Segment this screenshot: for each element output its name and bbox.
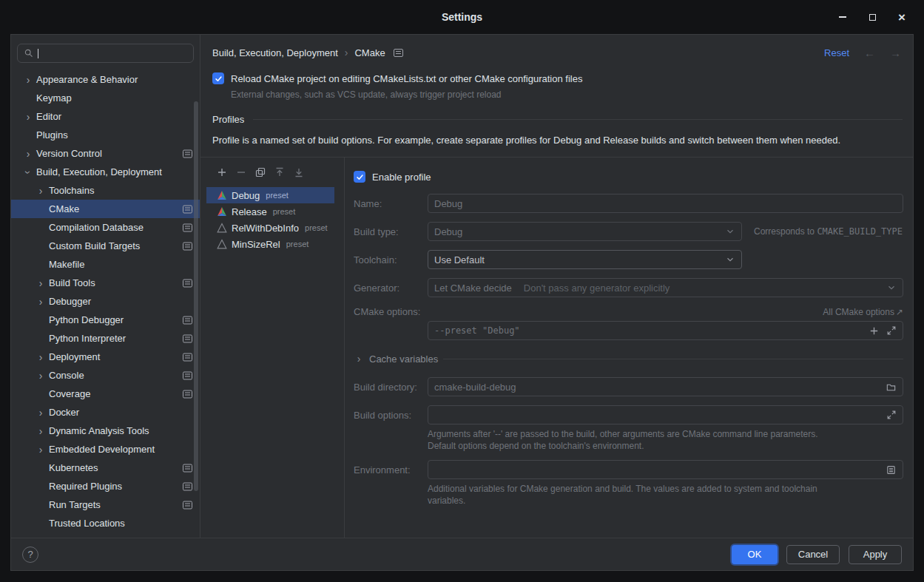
- sidebar-item-console[interactable]: ›Console: [11, 366, 200, 385]
- generator-combo[interactable]: Let CMake decide Don't pass any generato…: [428, 278, 903, 297]
- cancel-button[interactable]: Cancel: [786, 545, 840, 564]
- sidebar-item-trusted-locations[interactable]: ›Trusted Locations: [11, 514, 200, 532]
- copy-profile-button[interactable]: [251, 164, 270, 180]
- chevron-right-icon[interactable]: ›: [36, 277, 46, 289]
- add-option-icon[interactable]: [869, 325, 880, 336]
- sidebar-item-python-debugger[interactable]: ›Python Debugger: [11, 311, 200, 329]
- remove-profile-button[interactable]: [232, 164, 251, 180]
- chevron-down-icon[interactable]: [725, 254, 735, 265]
- cmake-options-input[interactable]: [434, 325, 864, 336]
- preset-badge: preset: [273, 207, 296, 216]
- sidebar-item-version-control[interactable]: ›Version Control: [11, 144, 200, 163]
- build-options-input[interactable]: [434, 410, 882, 421]
- close-button[interactable]: ×: [896, 11, 908, 23]
- add-profile-button[interactable]: [212, 164, 232, 180]
- project-settings-icon: [183, 223, 192, 231]
- profiles-section-title: Profiles: [212, 114, 244, 125]
- build-type-combo[interactable]: Debug: [428, 222, 742, 241]
- sidebar-item-run-targets[interactable]: ›Run Targets: [11, 495, 200, 514]
- sidebar-item-makefile[interactable]: ›Makefile: [11, 255, 200, 274]
- sidebar-item-plugins[interactable]: ›Plugins: [11, 126, 200, 144]
- forward-arrow-icon[interactable]: →: [890, 47, 901, 59]
- chevron-right-icon[interactable]: ›: [36, 370, 46, 382]
- enable-profile-checkbox[interactable]: [354, 171, 365, 183]
- environment-input[interactable]: [434, 464, 881, 476]
- chevron-right-icon[interactable]: ›: [23, 111, 33, 123]
- profile-item-relwithdebinfo[interactable]: RelWithDebInfopreset: [206, 220, 334, 236]
- move-up-button[interactable]: [270, 164, 289, 180]
- sidebar-item-editor[interactable]: ›Editor: [11, 107, 200, 126]
- minimize-icon: [839, 16, 846, 18]
- sidebar-item-label: Required Plugins: [49, 481, 122, 492]
- sidebar-item-build-tools[interactable]: ›Build Tools: [11, 274, 200, 292]
- back-arrow-icon[interactable]: ←: [864, 47, 875, 59]
- cmake-options-field[interactable]: [428, 321, 903, 340]
- breadcrumb-item[interactable]: Build, Execution, Deployment: [212, 47, 338, 58]
- sidebar-item-python-interpreter[interactable]: ›Python Interpreter: [11, 329, 200, 348]
- sidebar-item-keymap[interactable]: ›Keymap: [11, 89, 200, 107]
- build-directory-input[interactable]: [434, 382, 881, 393]
- profile-item-minsizerel[interactable]: MinSizeRelpreset: [206, 236, 334, 252]
- chevron-right-icon[interactable]: ›: [36, 425, 46, 437]
- reset-link[interactable]: Reset: [824, 47, 849, 58]
- chevron-right-icon[interactable]: ›: [36, 351, 46, 363]
- sidebar-item-label: Appearance & Behavior: [36, 74, 138, 85]
- environment-field[interactable]: [428, 460, 903, 479]
- chevron-right-icon[interactable]: ›: [36, 407, 46, 419]
- chevron-right-icon[interactable]: ›: [23, 74, 33, 86]
- project-settings-icon: [183, 316, 192, 324]
- name-field[interactable]: [428, 194, 903, 213]
- profile-item-debug[interactable]: Debugpreset: [206, 187, 334, 203]
- sidebar-item-coverage[interactable]: ›Coverage: [11, 385, 200, 403]
- settings-search-box[interactable]: [17, 44, 194, 63]
- chevron-down-icon[interactable]: [725, 226, 735, 237]
- name-input[interactable]: [434, 198, 897, 209]
- sidebar-item-embedded-development[interactable]: ›Embedded Development: [11, 440, 200, 459]
- sidebar-item-build-execution-deployment[interactable]: ›Build, Execution, Deployment: [11, 163, 200, 181]
- sidebar-item-docker[interactable]: ›Docker: [11, 403, 200, 422]
- project-settings-icon: [394, 49, 403, 57]
- build-options-field[interactable]: [428, 405, 903, 424]
- sidebar-scrollbar[interactable]: [194, 101, 198, 491]
- sidebar-item-compilation-database[interactable]: ›Compilation Database: [11, 218, 200, 237]
- sidebar-item-cmake[interactable]: ›CMake: [11, 200, 200, 218]
- reload-cmake-checkbox[interactable]: [212, 72, 224, 84]
- sidebar-item-debugger[interactable]: ›Debugger: [11, 292, 200, 311]
- search-input[interactable]: [42, 48, 187, 59]
- sidebar-item-custom-build-targets[interactable]: ›Custom Build Targets: [11, 237, 200, 255]
- sidebar-item-label: Deployment: [49, 351, 100, 362]
- window-title: Settings: [442, 11, 482, 23]
- checkmark-icon: [356, 173, 364, 181]
- move-down-icon: [293, 166, 305, 178]
- expand-icon[interactable]: [886, 325, 897, 336]
- sidebar-item-deployment[interactable]: ›Deployment: [11, 348, 200, 366]
- sidebar-item-dynamic-analysis-tools[interactable]: ›Dynamic Analysis Tools: [11, 422, 200, 440]
- expand-icon[interactable]: [886, 410, 897, 420]
- minimize-button[interactable]: [837, 11, 849, 23]
- sidebar-item-kubernetes[interactable]: ›Kubernetes: [11, 459, 200, 477]
- apply-button[interactable]: Apply: [849, 545, 902, 564]
- ok-button[interactable]: OK: [732, 545, 778, 564]
- chevron-down-icon[interactable]: ›: [22, 167, 34, 177]
- chevron-right-icon[interactable]: ›: [36, 296, 46, 308]
- toolchain-combo[interactable]: Use Default: [428, 250, 742, 269]
- project-settings-icon: [183, 149, 192, 158]
- chevron-right-icon[interactable]: ›: [23, 148, 33, 160]
- chevron-right-icon[interactable]: ›: [36, 444, 46, 456]
- help-button[interactable]: ?: [22, 547, 38, 563]
- chevron-right-icon[interactable]: ›: [36, 185, 46, 197]
- build-directory-field[interactable]: [428, 377, 903, 396]
- maximize-button[interactable]: [866, 11, 878, 23]
- chevron-down-icon[interactable]: [886, 282, 897, 293]
- profile-item-release[interactable]: Releasepreset: [206, 203, 334, 220]
- reload-hint: External changes, such as VCS update, al…: [200, 84, 913, 100]
- cache-variables-toggle[interactable]: › Cache variables: [354, 353, 903, 365]
- all-cmake-options-link[interactable]: All CMake options↗: [823, 307, 903, 317]
- sidebar-item-toolchains[interactable]: ›Toolchains: [11, 181, 200, 200]
- section-divider: [443, 359, 903, 359]
- folder-icon[interactable]: [886, 382, 897, 393]
- sidebar-item-appearance-behavior[interactable]: ›Appearance & Behavior: [11, 70, 200, 89]
- sidebar-item-required-plugins[interactable]: ›Required Plugins: [11, 477, 200, 495]
- variables-list-icon[interactable]: [886, 464, 897, 476]
- move-down-button[interactable]: [289, 164, 308, 180]
